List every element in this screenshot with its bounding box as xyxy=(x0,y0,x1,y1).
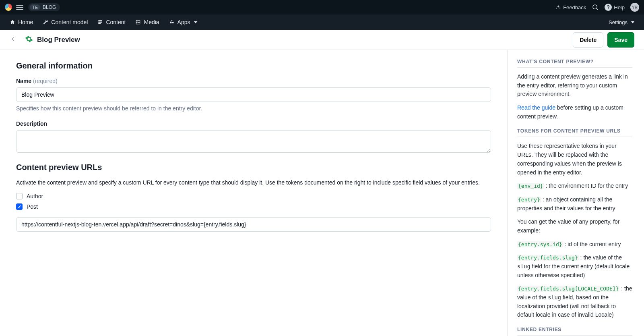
urls-hint: Activate the content preview and specify… xyxy=(16,179,491,186)
help-sidebar: WHAT'S CONTENT PREVIEW? Adding a content… xyxy=(507,50,642,336)
name-label: Name (required) xyxy=(16,78,491,84)
main-nav: Home Content model Content Media Apps Se… xyxy=(0,15,644,30)
save-button[interactable]: Save xyxy=(607,32,634,48)
nav-home-label: Home xyxy=(18,19,33,25)
page-title: Blog Preview xyxy=(37,36,80,44)
sidebar-any-property: You can get the value of any property, f… xyxy=(517,218,632,235)
space-name: BLOG xyxy=(43,4,56,10)
nav-settings-label: Settings xyxy=(609,19,627,25)
sidebar-guide: Read the guide before setting up a custo… xyxy=(517,104,632,121)
description-input[interactable] xyxy=(16,130,491,153)
nav-content-model-label: Content model xyxy=(51,19,88,25)
nav-apps[interactable]: Apps xyxy=(164,15,202,30)
help-label: Help xyxy=(614,4,625,10)
main-content: General information Name (required) Spec… xyxy=(0,50,507,336)
author-checkbox-label: Author xyxy=(27,193,43,199)
entry-icon xyxy=(97,19,103,25)
contentful-logo[interactable] xyxy=(5,4,12,11)
back-button[interactable] xyxy=(10,36,16,44)
nav-settings[interactable]: Settings xyxy=(604,15,639,30)
sidebar-heading-linked: LINKED ENTRIES xyxy=(517,327,632,336)
user-avatar[interactable]: YR xyxy=(630,3,639,12)
media-icon xyxy=(135,19,141,25)
svg-line-1 xyxy=(597,8,598,10)
sidebar-tokens-intro: Use these representative tokens in your … xyxy=(517,142,632,177)
sidebar-heading-tokens: TOKENS FOR CONTENT PREVIEW URLS xyxy=(517,128,632,137)
feedback-link[interactable]: Feedback xyxy=(555,4,586,10)
author-checkbox[interactable] xyxy=(16,193,23,199)
feedback-label: Feedback xyxy=(563,4,586,10)
read-guide-link[interactable]: Read the guide xyxy=(517,104,555,111)
space-switcher[interactable]: TE BLOG xyxy=(28,3,60,11)
home-icon xyxy=(10,19,15,25)
svg-point-0 xyxy=(593,5,597,9)
urls-heading: Content preview URLs xyxy=(16,163,491,172)
post-checkbox-label: Post xyxy=(27,203,38,210)
gear-icon xyxy=(25,35,33,44)
sparkle-icon xyxy=(555,4,561,10)
nav-media-label: Media xyxy=(144,19,159,25)
help-link[interactable]: ? Help xyxy=(605,4,625,11)
wrench-icon xyxy=(43,19,48,25)
menu-icon[interactable] xyxy=(16,4,23,10)
token-env: {env_id} : the environment ID for the en… xyxy=(517,182,632,191)
name-hint: Specifies how this content preview shoul… xyxy=(16,105,491,112)
sidebar-heading-what: WHAT'S CONTENT PREVIEW? xyxy=(517,59,632,68)
nav-media[interactable]: Media xyxy=(130,15,164,30)
name-input[interactable] xyxy=(16,87,491,102)
org-badge: TE xyxy=(30,4,40,10)
chevron-down-icon xyxy=(631,21,634,23)
arrow-left-icon xyxy=(10,36,16,42)
page-header: Blog Preview Delete Save xyxy=(0,30,644,50)
apps-icon xyxy=(169,19,175,25)
nav-content-model[interactable]: Content model xyxy=(38,15,93,30)
post-url-input[interactable] xyxy=(16,217,491,232)
chevron-down-icon xyxy=(194,21,197,23)
token-entry-slug: {entry.fields.slug} : the value of the s… xyxy=(517,253,632,280)
sidebar-intro: Adding a content preview generates a lin… xyxy=(517,73,632,99)
nav-content[interactable]: Content xyxy=(93,15,130,30)
token-entry-id: {entry.sys.id} : id of the current entry xyxy=(517,240,632,249)
delete-button[interactable]: Delete xyxy=(573,32,603,48)
nav-content-label: Content xyxy=(106,19,126,25)
post-checkbox[interactable] xyxy=(16,203,23,210)
token-entry: {entry} : an object containing all the p… xyxy=(517,195,632,213)
top-bar: TE BLOG Feedback ? Help YR xyxy=(0,0,644,15)
nav-apps-label: Apps xyxy=(178,19,190,25)
token-entry-slug-locale: {entry.fields.slug[LOCALE_CODE]} : the v… xyxy=(517,284,632,319)
search-icon[interactable] xyxy=(592,4,599,11)
nav-home[interactable]: Home xyxy=(5,15,38,30)
help-icon: ? xyxy=(605,4,612,11)
description-label: Description xyxy=(16,120,491,127)
general-info-heading: General information xyxy=(16,61,491,71)
